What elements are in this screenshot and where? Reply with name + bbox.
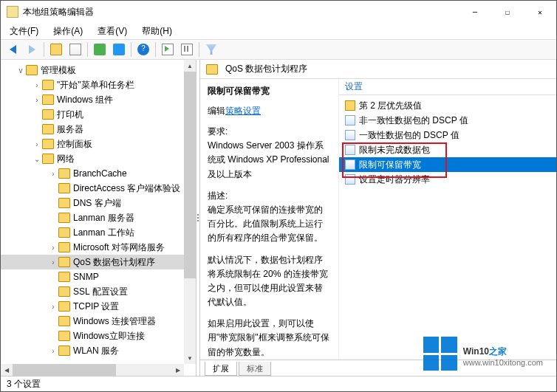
tree-item[interactable]: ›QoS 数据包计划程序 xyxy=(1,255,196,269)
show-hide-button[interactable] xyxy=(66,41,84,58)
tree-label: Windows 连接管理器 xyxy=(73,315,156,328)
tree-scrollbar-h[interactable]: ◀ ▶ xyxy=(1,364,184,376)
requirements-text: Windows Server 2003 操作系统或 Windows XP Pro… xyxy=(208,139,331,182)
folder-icon xyxy=(42,80,54,90)
forward-button[interactable] xyxy=(23,41,41,58)
setting-item[interactable]: 第 2 层优先级值 xyxy=(339,98,556,113)
tree-item[interactable]: ›"开始"菜单和任务栏 xyxy=(1,78,196,92)
scroll-thumb-v[interactable] xyxy=(184,72,196,278)
tree-label: 网络 xyxy=(57,153,75,165)
menu-view[interactable]: 查看(V) xyxy=(95,24,130,39)
tree-item[interactable]: DirectAccess 客户端体验设 xyxy=(1,181,196,196)
toolbar: ? xyxy=(1,39,556,60)
expander-icon[interactable]: v xyxy=(16,66,26,75)
pause-icon xyxy=(181,44,193,55)
tree-item[interactable]: 打印机 xyxy=(1,107,196,122)
tree-item[interactable]: Lanman 工作站 xyxy=(1,225,196,240)
tree-item[interactable]: SNMP xyxy=(1,269,196,284)
maximize-button[interactable]: ☐ xyxy=(491,1,524,23)
setting-label: 设置定时器分辨率 xyxy=(359,173,430,186)
tree-label: WLAN 服务 xyxy=(73,345,119,357)
setting-item[interactable]: 限制未完成数据包 xyxy=(339,142,556,157)
edit-policy-link[interactable]: 策略设置 xyxy=(225,106,261,116)
tree-label: QoS 数据包计划程序 xyxy=(73,256,155,269)
help-button[interactable]: ? xyxy=(134,41,152,58)
export-button[interactable] xyxy=(91,41,109,58)
expander-icon[interactable]: › xyxy=(48,303,58,311)
tree-item[interactable]: v管理模板 xyxy=(1,63,196,78)
stop-button[interactable] xyxy=(178,41,196,58)
tree-item[interactable]: Windows 连接管理器 xyxy=(1,314,196,329)
tree-item[interactable]: ›BranchCache xyxy=(1,166,196,181)
toolbar-separator xyxy=(87,42,88,57)
filter-button[interactable] xyxy=(202,41,220,58)
expander-icon[interactable]: › xyxy=(48,244,58,252)
detail-title: 限制可保留带宽 xyxy=(208,85,331,97)
tree-item[interactable]: ›WLAN 服务 xyxy=(1,343,196,358)
statusbar: 3 个设置 xyxy=(1,376,556,392)
expander-icon[interactable]: › xyxy=(32,140,42,148)
expander-icon[interactable]: ⌄ xyxy=(32,155,42,163)
tree-label: DirectAccess 客户端体验设 xyxy=(73,182,180,195)
play-icon xyxy=(162,44,174,55)
properties-button[interactable] xyxy=(110,41,128,58)
folder-icon xyxy=(58,213,70,223)
toolbar-separator xyxy=(131,42,131,57)
setting-item[interactable]: 非一致性数据包的 DSCP 值 xyxy=(339,113,556,128)
tab-extended[interactable]: 扩展 xyxy=(205,362,237,376)
folder-icon xyxy=(58,286,70,297)
watermark-brand: Win10之家 xyxy=(463,341,543,358)
folder-icon xyxy=(26,65,38,75)
tree-item[interactable]: ›Microsoft 对等网络服务 xyxy=(1,240,196,255)
folder-icon xyxy=(42,139,54,149)
description-text: 确定系统可保留的连接带宽的百分比。此值限制系统上运行的所有程序的组合带宽保留。 xyxy=(208,203,331,246)
tree-scrollbar-v[interactable]: ▲ ▼ xyxy=(184,60,196,364)
scroll-thumb-h[interactable] xyxy=(13,364,116,376)
menu-help[interactable]: 帮助(H) xyxy=(139,24,175,39)
up-button[interactable] xyxy=(47,41,65,58)
watermark-url: www.win10xitong.com xyxy=(463,358,543,367)
tree-label: Windows立即连接 xyxy=(73,330,145,343)
tree-item[interactable]: SSL 配置设置 xyxy=(1,284,196,299)
scroll-left-button[interactable]: ◀ xyxy=(1,364,13,376)
setting-item[interactable]: 限制可保留带宽 xyxy=(339,157,556,172)
folder-icon xyxy=(58,301,70,312)
expander-icon[interactable]: › xyxy=(48,258,58,267)
back-button[interactable] xyxy=(4,41,21,58)
expander-icon[interactable]: › xyxy=(48,347,58,355)
windows-logo-icon xyxy=(423,337,457,371)
expander-icon[interactable]: › xyxy=(48,170,58,178)
description-para2: 如果启用此设置，则可以使用"带宽限制"框来调整系统可保留的带宽数量。 xyxy=(208,317,331,360)
close-button[interactable]: ✕ xyxy=(524,1,556,23)
tree-item[interactable]: ⌄网络 xyxy=(1,151,196,166)
tree-item[interactable]: ›控制面板 xyxy=(1,137,196,151)
tree-item[interactable]: Lanman 服务器 xyxy=(1,210,196,225)
expander-icon[interactable]: › xyxy=(32,81,42,89)
expander-icon[interactable]: › xyxy=(32,96,42,104)
tree-label: SSL 配置设置 xyxy=(73,286,128,298)
folder-icon xyxy=(50,44,62,55)
setting-item[interactable]: 设置定时器分辨率 xyxy=(339,172,556,187)
policy-icon xyxy=(345,145,355,155)
run-button[interactable] xyxy=(159,41,177,58)
tree-item[interactable]: Windows立即连接 xyxy=(1,329,196,343)
menu-file[interactable]: 文件(F) xyxy=(7,24,41,39)
scroll-up-button[interactable]: ▲ xyxy=(184,60,196,72)
toolbar-separator xyxy=(44,42,44,57)
scroll-down-button[interactable]: ▼ xyxy=(184,352,196,364)
titlebar: 本地组策略编辑器 ─ ☐ ✕ xyxy=(1,1,556,23)
minimize-button[interactable]: ─ xyxy=(459,1,491,23)
menu-action[interactable]: 操作(A) xyxy=(50,24,86,39)
window-title: 本地组策略编辑器 xyxy=(23,6,459,18)
tree-item[interactable]: DNS 客户端 xyxy=(1,196,196,210)
tree-item[interactable]: ›TCPIP 设置 xyxy=(1,299,196,314)
requirements-label: 要求: xyxy=(208,125,331,139)
folder-icon xyxy=(58,331,70,341)
setting-item[interactable]: 一致性数据包的 DSCP 值 xyxy=(339,128,556,142)
right-header: QoS 数据包计划程序 xyxy=(200,60,556,79)
scroll-right-button[interactable]: ▶ xyxy=(172,364,184,376)
settings-header[interactable]: 设置 xyxy=(339,79,556,95)
tab-standard[interactable]: 标准 xyxy=(239,362,271,376)
tree-item[interactable]: ›Windows 组件 xyxy=(1,92,196,107)
tree-item[interactable]: 服务器 xyxy=(1,122,196,137)
